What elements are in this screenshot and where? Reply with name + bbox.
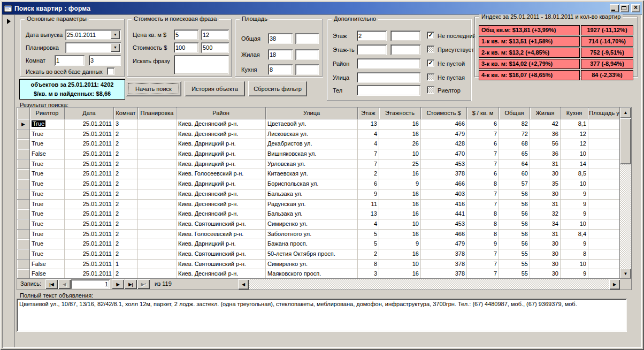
row-selector[interactable] <box>17 249 30 260</box>
grid-cell[interactable] <box>588 189 620 200</box>
grid-cell[interactable]: False <box>30 149 65 159</box>
grid-cell[interactable] <box>588 239 620 249</box>
phrase-input[interactable] <box>174 55 229 74</box>
grid-header-cell[interactable]: Планировка <box>138 108 177 119</box>
grid-cell[interactable]: 30 <box>530 189 561 200</box>
grid-cell[interactable]: 10 <box>561 260 588 270</box>
grid-cell[interactable] <box>138 149 177 159</box>
grid-cell[interactable]: 25.01.2011 <box>65 239 114 249</box>
grid-cell[interactable]: Киев. Деснянский р-н. <box>177 189 266 200</box>
grid-cell[interactable] <box>588 209 620 219</box>
reset-filter-button[interactable]: Сбросить фильтр <box>248 81 307 96</box>
grid-cell[interactable]: 7 <box>467 260 499 270</box>
grid-header-cell[interactable]: Этаж <box>358 108 379 119</box>
grid-cell[interactable]: 57 <box>499 179 530 189</box>
grid-cell[interactable]: 9 <box>561 209 588 219</box>
row-selector[interactable] <box>17 149 30 159</box>
grid-cell[interactable]: 5 <box>358 239 379 249</box>
grid-cell[interactable]: 2 <box>114 239 138 249</box>
grid-cell[interactable]: 36 <box>530 130 561 140</box>
grid-cell[interactable]: 56 <box>499 239 530 249</box>
grid-cell[interactable]: True <box>30 230 65 240</box>
grid-cell[interactable]: 64 <box>499 159 530 170</box>
grid-cell[interactable] <box>138 260 177 270</box>
grid-cell[interactable]: Бальзака ул. <box>266 189 358 200</box>
grid-cell[interactable] <box>588 260 620 270</box>
grid-cell[interactable]: Симиренко ул. <box>266 219 358 230</box>
grid-cell[interactable]: 6 <box>467 119 499 130</box>
layout-dropdown-icon[interactable]: ▼ <box>111 43 120 52</box>
grid-cell[interactable]: 16 <box>379 130 421 140</box>
grid-cell[interactable]: 12 <box>561 139 588 149</box>
grid-cell[interactable]: 7 <box>358 149 379 159</box>
grid-cell[interactable]: 2 <box>114 169 138 179</box>
grid-cell[interactable]: 7 <box>467 149 499 159</box>
grid-cell[interactable]: 50-летия Октября просп. <box>266 249 358 260</box>
row-selector[interactable]: ▶ <box>17 119 30 130</box>
grid-cell[interactable]: False <box>30 260 65 270</box>
grid-cell[interactable]: Киев. Дарницкий р-н. <box>177 239 266 249</box>
grid-cell[interactable]: 30 <box>530 239 561 249</box>
vertical-scrollbar-thumb[interactable] <box>620 118 631 164</box>
grid-cell[interactable]: 26 <box>379 139 421 149</box>
object-history-button[interactable]: История объекта <box>185 81 245 96</box>
grid-cell[interactable] <box>588 149 620 159</box>
grid-cell[interactable]: 2 <box>114 159 138 170</box>
grid-cell[interactable]: 2 <box>114 219 138 230</box>
grid-cell[interactable]: 8 <box>467 179 499 189</box>
grid-cell[interactable]: 8,4 <box>561 230 588 240</box>
grid-cell[interactable]: True <box>30 159 65 170</box>
grid-cell[interactable] <box>588 249 620 260</box>
grid-vertical-scrollbar[interactable]: ▲ ▼ <box>619 108 631 279</box>
grid-cell[interactable]: 16 <box>379 230 421 240</box>
price-sqm-max-input[interactable] <box>201 29 229 40</box>
grid-cell[interactable]: Киев. Святошинский р-н. <box>177 249 266 260</box>
grid-cell[interactable]: 25.01.2011 <box>65 139 114 149</box>
grid-cell[interactable]: Бажана просп. <box>266 239 358 249</box>
grid-cell[interactable]: Радунская ул. <box>266 200 358 210</box>
grid-cell[interactable]: Киев. Дарницкий р-н. <box>177 149 266 159</box>
grid-cell[interactable]: 30 <box>530 249 561 260</box>
grid-cell[interactable]: 9 <box>467 239 499 249</box>
grid-cell[interactable]: 479 <box>421 130 467 140</box>
grid-cell[interactable]: True <box>30 239 65 249</box>
grid-cell[interactable] <box>588 219 620 230</box>
grid-cell[interactable]: 4 <box>358 219 379 230</box>
grid-cell[interactable]: Вишняковская ул. <box>266 149 358 159</box>
present-checkbox[interactable] <box>427 45 434 53</box>
grid-cell[interactable]: 25.01.2011 <box>65 209 114 219</box>
grid-cell[interactable] <box>138 119 177 130</box>
grid-cell[interactable]: 2 <box>114 249 138 260</box>
grid-cell[interactable]: 12 <box>561 130 588 140</box>
grid-cell[interactable]: 8,1 <box>561 119 588 130</box>
grid-cell[interactable] <box>138 130 177 140</box>
grid-cell[interactable]: 25 <box>379 159 421 170</box>
maximize-button[interactable] <box>620 4 629 12</box>
grid-cell[interactable] <box>588 230 620 240</box>
grid-cell[interactable]: 7 <box>358 159 379 170</box>
scroll-down-icon[interactable]: ▼ <box>620 269 631 279</box>
floor-max-input[interactable] <box>390 31 420 41</box>
grid-cell[interactable]: 60 <box>499 169 530 179</box>
row-selector[interactable] <box>17 230 30 240</box>
grid-cell[interactable]: 25.01.2011 <box>65 260 114 270</box>
grid-cell[interactable]: 55 <box>499 249 530 260</box>
grid-cell[interactable]: 25.01.2011 <box>65 230 114 240</box>
price-sqm-min-input[interactable] <box>174 29 198 40</box>
grid-cell[interactable]: 36 <box>530 149 561 159</box>
row-selector[interactable] <box>17 189 30 200</box>
grid-cell[interactable]: 403 <box>421 189 467 200</box>
grid-cell[interactable]: 453 <box>421 219 467 230</box>
grid-cell[interactable]: 2 <box>114 189 138 200</box>
rooms-min-input[interactable] <box>55 55 85 66</box>
grid-cell[interactable]: 2 <box>114 130 138 140</box>
grid-cell[interactable]: 8,5 <box>561 169 588 179</box>
grid-cell[interactable] <box>588 169 620 179</box>
grid-cell[interactable]: 56 <box>499 219 530 230</box>
grid-header-cell[interactable]: Район <box>177 108 266 119</box>
scroll-right-icon[interactable]: ▶ <box>609 279 620 290</box>
grid-cell[interactable]: True <box>30 209 65 219</box>
grid-cell[interactable]: Киев. Дарницкий р-н. <box>177 139 266 149</box>
grid-cell[interactable]: Декабристов ул. <box>266 139 358 149</box>
grid-cell[interactable]: 470 <box>421 149 467 159</box>
